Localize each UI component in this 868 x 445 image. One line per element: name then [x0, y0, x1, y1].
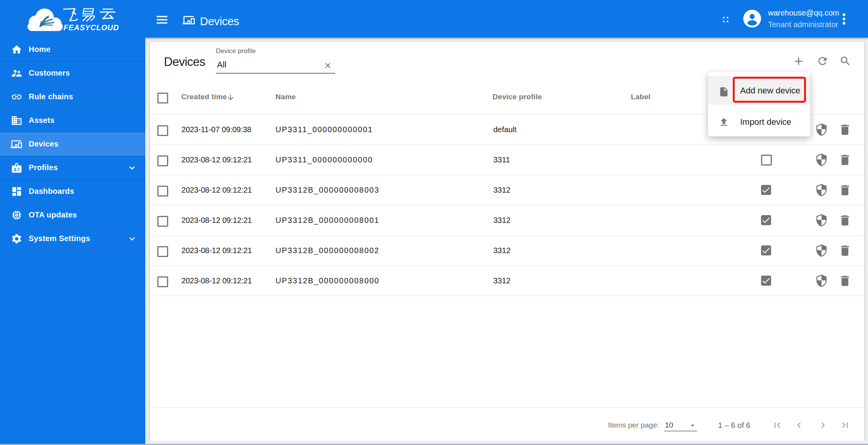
svg-text:FEASYCLOUD: FEASYCLOUD	[64, 23, 119, 32]
